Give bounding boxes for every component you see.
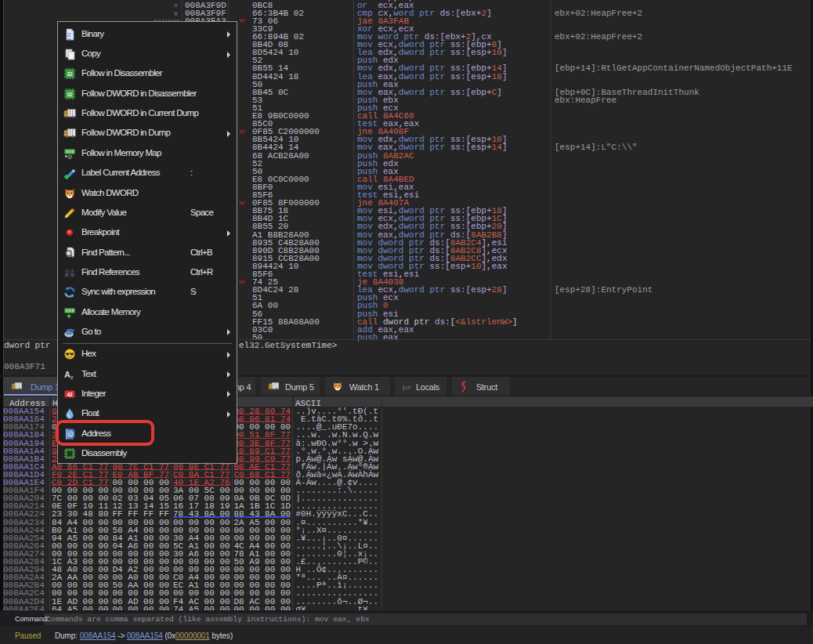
svg-text:32: 32 bbox=[67, 92, 73, 97]
svg-text:=|: =| bbox=[407, 384, 412, 391]
svg-text:@: @ bbox=[68, 155, 72, 159]
svg-text:32: 32 bbox=[67, 71, 73, 77]
svg-text:42: 42 bbox=[67, 391, 73, 396]
svg-text:z: z bbox=[70, 374, 74, 379]
svg-text:10: 10 bbox=[67, 37, 70, 40]
svg-text:A: A bbox=[64, 370, 70, 379]
